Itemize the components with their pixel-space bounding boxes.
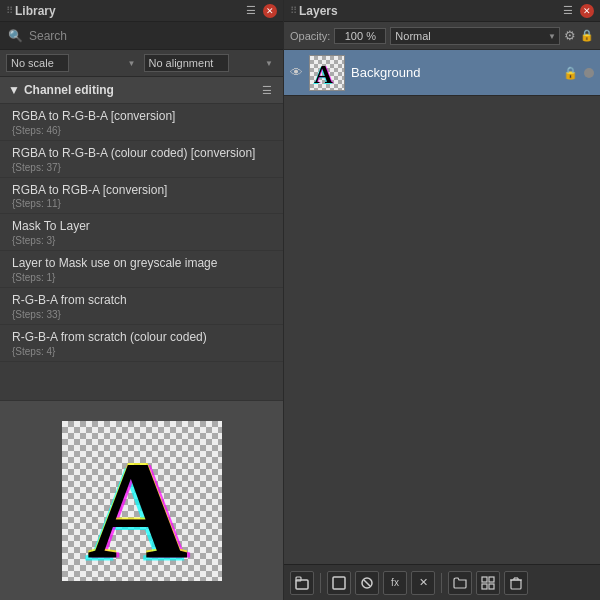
list-item[interactable]: RGBA to R-G-B-A (colour coded) [conversi… bbox=[0, 141, 283, 178]
toolbar-separator-2 bbox=[441, 573, 442, 593]
grid-icon bbox=[481, 576, 495, 590]
opacity-label: Opacity: bbox=[290, 30, 330, 42]
toolbar-separator-1 bbox=[320, 573, 321, 593]
script-list: ▼ Channel editing ☰ RGBA to R-G-B-A [con… bbox=[0, 77, 283, 400]
script-name: R-G-B-A from scratch (colour coded) bbox=[12, 329, 271, 346]
folder-button[interactable] bbox=[448, 571, 472, 595]
layers-header-left: ⠿ Layers bbox=[290, 4, 338, 18]
preview-area: A A A A bbox=[0, 400, 283, 600]
list-item[interactable]: R-G-B-A from scratch (colour coded) {Ste… bbox=[0, 325, 283, 362]
search-bar: 🔍 bbox=[0, 22, 283, 50]
svg-rect-9 bbox=[333, 577, 345, 589]
new-group-button[interactable] bbox=[290, 571, 314, 595]
no-alignment-select[interactable]: No alignment bbox=[144, 54, 229, 72]
layers-header: ⠿ Layers ☰ ✕ bbox=[284, 0, 600, 22]
new-layer-button[interactable] bbox=[327, 571, 351, 595]
layer-lock-icon[interactable]: 🔒 bbox=[563, 66, 578, 80]
layer-item[interactable]: 👁 A A A Background 🔒 bbox=[284, 50, 600, 96]
right-panel: ⠿ Layers ☰ ✕ Opacity: 100 % Normal ⚙ 🔒 👁… bbox=[284, 0, 600, 600]
canvas-preview: A A A A bbox=[62, 421, 222, 581]
list-item[interactable]: Layer to Mask use on greyscale image {St… bbox=[0, 251, 283, 288]
no-scale-select[interactable]: No scale bbox=[6, 54, 69, 72]
mask-button[interactable] bbox=[355, 571, 379, 595]
svg-rect-8 bbox=[296, 577, 301, 581]
library-header: ⠿ Library ☰ ✕ bbox=[0, 0, 283, 22]
drag-handle-left: ⠿ bbox=[6, 5, 11, 16]
layers-title: Layers bbox=[299, 4, 338, 18]
delete-channel-icon: ✕ bbox=[419, 576, 428, 589]
search-icon: 🔍 bbox=[8, 29, 23, 43]
svg-text:A: A bbox=[314, 60, 333, 88]
search-input[interactable] bbox=[29, 29, 275, 43]
blend-mode-select[interactable]: Normal bbox=[390, 27, 560, 45]
svg-line-11 bbox=[364, 580, 370, 586]
library-header-left: ⠿ Library bbox=[6, 4, 56, 18]
new-layer-icon bbox=[332, 576, 346, 590]
folder-icon bbox=[453, 576, 467, 590]
left-panel: ⠿ Library ☰ ✕ 🔍 No scale No alignment bbox=[0, 0, 284, 600]
library-title: Library bbox=[15, 4, 56, 18]
layers-menu-button[interactable]: ☰ bbox=[560, 3, 576, 19]
list-item[interactable]: Mask To Layer {Steps: 3} bbox=[0, 214, 283, 251]
drag-handle-right: ⠿ bbox=[290, 5, 295, 16]
script-steps: {Steps: 1} bbox=[12, 272, 271, 283]
script-steps: {Steps: 4} bbox=[12, 346, 271, 357]
no-alignment-wrap: No alignment bbox=[144, 54, 278, 72]
delete-channel-button[interactable]: ✕ bbox=[411, 571, 435, 595]
svg-rect-16 bbox=[511, 580, 521, 589]
script-steps: {Steps: 11} bbox=[12, 198, 271, 209]
script-steps: {Steps: 3} bbox=[12, 235, 271, 246]
layer-name: Background bbox=[351, 65, 557, 80]
library-header-icons: ☰ ✕ bbox=[243, 3, 277, 19]
script-fx-button[interactable]: fx bbox=[383, 571, 407, 595]
letter-a-svg: A A A A bbox=[77, 428, 207, 573]
svg-rect-12 bbox=[482, 577, 487, 582]
script-name: R-G-B-A from scratch bbox=[12, 292, 271, 309]
lock-icon[interactable]: 🔒 bbox=[580, 29, 594, 42]
svg-rect-15 bbox=[489, 584, 494, 589]
script-name: RGBA to R-G-B-A [conversion] bbox=[12, 108, 271, 125]
category-menu-icon[interactable]: ☰ bbox=[259, 82, 275, 98]
script-name: Mask To Layer bbox=[12, 218, 271, 235]
script-name: Layer to Mask use on greyscale image bbox=[12, 255, 271, 272]
category-header[interactable]: ▼ Channel editing ☰ bbox=[0, 77, 283, 104]
blend-mode-wrap: Normal bbox=[390, 27, 560, 45]
opacity-row: Opacity: 100 % Normal ⚙ 🔒 bbox=[284, 22, 600, 50]
script-steps: {Steps: 46} bbox=[12, 125, 271, 136]
script-steps: {Steps: 33} bbox=[12, 309, 271, 320]
layer-thumbnail: A A A bbox=[309, 55, 345, 91]
library-close-button[interactable]: ✕ bbox=[263, 4, 277, 18]
mask-icon bbox=[360, 576, 374, 590]
script-fx-label: fx bbox=[391, 577, 399, 588]
layer-visibility-icon[interactable]: 👁 bbox=[290, 65, 303, 80]
trash-button[interactable] bbox=[504, 571, 528, 595]
layers-header-icons: ☰ ✕ bbox=[560, 3, 594, 19]
category-label: Channel editing bbox=[24, 83, 114, 97]
layers-bottom-toolbar: fx ✕ bbox=[284, 564, 600, 600]
script-name: RGBA to R-G-B-A (colour coded) [conversi… bbox=[12, 145, 271, 162]
layers-content: 👁 A A A Background 🔒 bbox=[284, 50, 600, 564]
svg-rect-13 bbox=[489, 577, 494, 582]
script-name: RGBA to RGB-A [conversion] bbox=[12, 182, 271, 199]
svg-rect-14 bbox=[482, 584, 487, 589]
list-item[interactable]: R-G-B-A from scratch {Steps: 33} bbox=[0, 288, 283, 325]
layers-close-button[interactable]: ✕ bbox=[580, 4, 594, 18]
list-item[interactable]: RGBA to RGB-A [conversion] {Steps: 11} bbox=[0, 178, 283, 215]
dropdowns-row: No scale No alignment bbox=[0, 50, 283, 77]
category-chevron-icon: ▼ bbox=[8, 83, 20, 97]
new-group-icon bbox=[295, 576, 309, 590]
layer-thumb-svg: A A A bbox=[312, 58, 342, 88]
grid-button[interactable] bbox=[476, 571, 500, 595]
svg-text:A: A bbox=[87, 433, 188, 573]
layer-dot bbox=[584, 68, 594, 78]
no-scale-wrap: No scale bbox=[6, 54, 140, 72]
opacity-value[interactable]: 100 % bbox=[334, 28, 386, 44]
layers-settings-icon[interactable]: ⚙ bbox=[564, 28, 576, 43]
category-header-left: ▼ Channel editing bbox=[8, 83, 114, 97]
library-menu-button[interactable]: ☰ bbox=[243, 3, 259, 19]
list-item[interactable]: RGBA to R-G-B-A [conversion] {Steps: 46} bbox=[0, 104, 283, 141]
trash-icon bbox=[509, 576, 523, 590]
script-steps: {Steps: 37} bbox=[12, 162, 271, 173]
